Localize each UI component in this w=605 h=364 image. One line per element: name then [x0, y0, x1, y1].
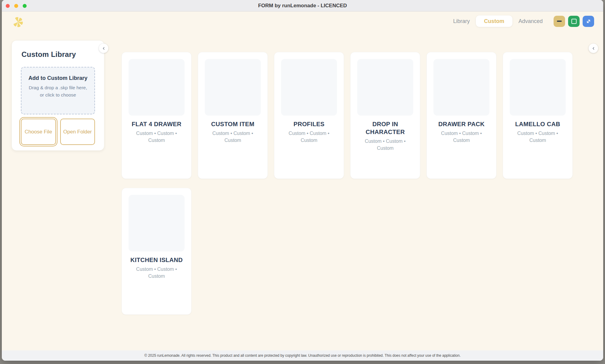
item-thumbnail: [510, 59, 566, 116]
card-title: LAMELLO CAB: [510, 120, 566, 128]
sidebar-buttons: Choose File Open Folder: [21, 119, 95, 145]
card-subtitle: Custom • Custom • Custom: [510, 130, 566, 144]
runlemonade-logo-icon: [13, 15, 23, 29]
card-title: PROFILES: [281, 120, 337, 128]
custom-library-panel: Custom Library Add to Custom Library Dra…: [11, 40, 104, 151]
card-subtitle: Custom • Custom • Custom: [433, 130, 489, 144]
window-title: FORM by runLemonade - LICENCED: [2, 0, 603, 11]
card-subtitle: Custom • Custom • Custom: [129, 266, 185, 280]
card-subtitle: Custom • Custom • Custom: [129, 130, 185, 144]
library-item-card[interactable]: FLAT 4 DRAWER Custom • Custom • Custom: [122, 52, 191, 179]
card-grid: FLAT 4 DRAWER Custom • Custom • Custom C…: [122, 52, 573, 315]
square-tool-button[interactable]: [568, 16, 580, 27]
item-thumbnail: [281, 59, 337, 116]
toolbar-buttons: [554, 16, 594, 27]
tab-library[interactable]: Library: [449, 15, 474, 27]
panel-title: Custom Library: [21, 50, 95, 59]
open-folder-button[interactable]: Open Folder: [60, 119, 95, 145]
minimize-ui-button[interactable]: [554, 16, 565, 27]
footer: © 2025 runLemonade. All rights reserved.…: [2, 350, 603, 361]
card-subtitle: Custom • Custom • Custom: [281, 130, 337, 144]
collapse-right-panel-button[interactable]: [589, 44, 598, 53]
library-item-card[interactable]: DRAWER PACK Custom • Custom • Custom: [427, 52, 496, 179]
chevron-left-icon: [102, 47, 105, 50]
card-title: KITCHEN ISLAND: [129, 256, 185, 264]
card-subtitle: Custom • Custom • Custom: [357, 138, 413, 152]
top-nav: Library Custom Advanced: [449, 15, 594, 27]
collapse-sidebar-button[interactable]: [99, 44, 108, 53]
library-item-card[interactable]: PROFILES Custom • Custom • Custom: [274, 52, 344, 179]
item-thumbnail: [129, 195, 185, 251]
copyright-text: © 2025 runLemonade. All rights reserved.…: [144, 353, 460, 358]
tab-advanced[interactable]: Advanced: [514, 15, 547, 27]
card-subtitle: Custom • Custom • Custom: [205, 130, 261, 144]
card-title: CUSTOM ITEM: [205, 120, 261, 128]
chevron-left-icon: [592, 47, 595, 50]
minus-icon: [557, 21, 562, 22]
tab-custom[interactable]: Custom: [476, 15, 512, 27]
card-title: FLAT 4 DRAWER: [129, 120, 185, 128]
square-icon: [571, 19, 577, 24]
item-thumbnail: [129, 59, 185, 116]
library-item-card[interactable]: LAMELLO CAB Custom • Custom • Custom: [503, 52, 573, 179]
item-thumbnail: [205, 59, 261, 116]
dropzone-subtitle: Drag & drop a .skp file here, or click t…: [26, 84, 90, 99]
library-item-card[interactable]: KITCHEN ISLAND Custom • Custom • Custom: [122, 188, 191, 315]
dropzone-title: Add to Custom Library: [26, 74, 90, 82]
main-content: Library Custom Advanced: [2, 11, 603, 350]
library-item-card[interactable]: CUSTOM ITEM Custom • Custom • Custom: [198, 52, 268, 179]
card-title: DRAWER PACK: [433, 120, 489, 128]
item-thumbnail: [433, 59, 489, 116]
skp-file-dropzone[interactable]: Add to Custom Library Drag & drop a .skp…: [21, 67, 95, 114]
card-title: DROP IN CHARACTER: [357, 120, 413, 136]
app-window: FORM by runLemonade - LICENCED Library C…: [2, 0, 603, 361]
expand-arrows-icon: [586, 19, 591, 24]
library-item-card[interactable]: DROP IN CHARACTER Custom • Custom • Cust…: [350, 52, 420, 179]
item-thumbnail: [357, 59, 413, 116]
expand-view-button[interactable]: [583, 16, 594, 27]
choose-file-button[interactable]: Choose File: [21, 119, 56, 145]
titlebar: FORM by runLemonade - LICENCED: [2, 0, 603, 11]
